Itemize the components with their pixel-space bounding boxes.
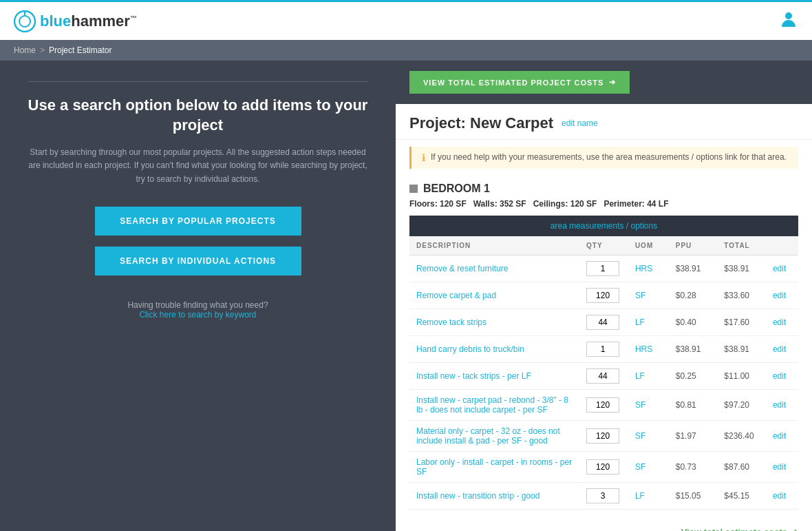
row-qty[interactable] — [579, 421, 628, 452]
row-uom: HRS — [628, 256, 669, 282]
col-uom: UOM — [628, 236, 669, 256]
qty-input[interactable] — [586, 315, 619, 330]
left-heading: Use a search option below to add items t… — [28, 96, 368, 135]
row-uom: SF — [628, 390, 669, 421]
qty-input[interactable] — [586, 342, 619, 357]
breadcrumb: Home > Project Estimator — [0, 40, 812, 61]
row-edit[interactable]: edit — [766, 336, 798, 363]
row-qty[interactable] — [579, 390, 628, 421]
row-edit[interactable]: edit — [766, 282, 798, 309]
row-desc: Remove carpet & pad — [409, 282, 579, 309]
row-total: $45.15 — [717, 483, 766, 510]
row-qty[interactable] — [579, 363, 628, 390]
table-row: Remove carpet & pad SF $0.28 $33.60 edit — [409, 282, 798, 309]
row-ppu: $1.97 — [669, 421, 718, 452]
qty-input[interactable] — [586, 261, 619, 276]
col-description: DESCRIPTION — [409, 236, 579, 256]
row-ppu: $0.81 — [669, 390, 718, 421]
row-edit[interactable]: edit — [766, 309, 798, 336]
table-row: Install new - tack strips - per LF LF $0… — [409, 363, 798, 390]
floors-val: 120 SF — [440, 199, 467, 209]
room-square-icon — [409, 185, 418, 193]
view-total-link[interactable]: View total estimate costs ➔ — [681, 527, 798, 531]
row-total: $236.40 — [717, 421, 766, 452]
row-edit[interactable]: edit — [766, 421, 798, 452]
row-desc: Labor only - install - carpet - in rooms… — [409, 452, 579, 483]
main-layout: Use a search option below to add items t… — [0, 61, 812, 531]
info-message: ℹ If you need help with your measurement… — [409, 147, 798, 169]
qty-input[interactable] — [586, 368, 619, 384]
row-total: $33.60 — [717, 282, 766, 309]
row-qty[interactable] — [579, 282, 628, 309]
row-desc: Install new - transition strip - good — [409, 483, 579, 510]
keyword-search-link[interactable]: Click here to search by keyword — [139, 310, 256, 320]
area-measurements-bar[interactable]: area measurements / options — [409, 216, 798, 236]
row-qty[interactable] — [579, 483, 628, 510]
right-panel: VIEW TOTAL ESTIMATED PROJECT COSTS ➔ Pro… — [396, 61, 812, 531]
row-uom: SF — [628, 452, 669, 483]
qty-input[interactable] — [586, 397, 619, 413]
header: bluehammer™ — [0, 0, 812, 40]
row-desc: Install new - tack strips - per LF — [409, 363, 579, 390]
table-header-row: DESCRIPTION QTY UOM PPU TOTAL — [409, 236, 798, 256]
room-name: BEDROOM 1 — [423, 183, 490, 195]
search-individual-button[interactable]: SEARCH BY INDIVIDUAL ACTIONS — [95, 247, 301, 275]
row-qty[interactable] — [579, 336, 628, 363]
col-total: TOTAL — [717, 236, 766, 256]
info-text: If you need help with your measurements,… — [431, 152, 787, 162]
walls-label: Walls: — [473, 199, 498, 209]
row-ppu: $38.91 — [669, 336, 718, 363]
qty-input[interactable] — [586, 459, 619, 475]
table-row: Install new - transition strip - good LF… — [409, 483, 798, 510]
table-row: Hand carry debris to truck/bin HRS $38.9… — [409, 336, 798, 363]
row-uom: LF — [628, 309, 669, 336]
floors-label: Floors: — [409, 199, 438, 209]
row-qty[interactable] — [579, 452, 628, 483]
view-costs-button[interactable]: VIEW TOTAL ESTIMATED PROJECT COSTS ➔ — [409, 71, 630, 94]
row-total: $11.00 — [717, 363, 766, 390]
svg-point-1 — [19, 16, 30, 27]
row-uom: SF — [628, 282, 669, 309]
room-header: BEDROOM 1 — [409, 183, 798, 195]
view-total-bottom: View total estimate costs ➔ — [396, 517, 812, 531]
row-ppu: $0.73 — [669, 452, 718, 483]
row-edit[interactable]: edit — [766, 256, 798, 282]
perimeter-label: Perimeter: — [603, 199, 644, 209]
table-row: Remove & reset furniture HRS $38.91 $38.… — [409, 256, 798, 282]
row-uom: HRS — [628, 336, 669, 363]
qty-input[interactable] — [586, 428, 619, 444]
row-qty[interactable] — [579, 309, 628, 336]
breadcrumb-current: Project Estimator — [49, 45, 111, 55]
user-icon[interactable] — [779, 9, 798, 33]
row-ppu: $0.28 — [669, 282, 718, 309]
logo-dark-text: hammer — [71, 12, 130, 30]
left-subtext: Start by searching through our most popu… — [28, 146, 368, 186]
qty-input[interactable] — [586, 488, 619, 503]
room-section: BEDROOM 1 Floors: 120 SF Walls: 352 SF C… — [396, 176, 812, 517]
breadcrumb-separator: > — [40, 45, 45, 55]
row-ppu: $15.05 — [669, 483, 718, 510]
logo-icon — [14, 10, 36, 32]
search-popular-button[interactable]: SEARCH BY POPULAR PROJECTS — [95, 207, 301, 236]
row-qty[interactable] — [579, 256, 628, 282]
row-edit[interactable]: edit — [766, 363, 798, 390]
row-edit[interactable]: edit — [766, 452, 798, 483]
project-title-bar: Project: New Carpet edit name — [396, 104, 812, 140]
divider — [28, 81, 368, 82]
row-ppu: $0.25 — [669, 363, 718, 390]
qty-input[interactable] — [586, 288, 619, 303]
breadcrumb-home[interactable]: Home — [14, 45, 36, 55]
row-desc: Remove tack strips — [409, 309, 579, 336]
row-edit[interactable]: edit — [766, 483, 798, 510]
col-qty: QTY — [579, 236, 628, 256]
walls-val: 352 SF — [500, 199, 526, 209]
row-total: $38.91 — [717, 336, 766, 363]
ceilings-val: 120 SF — [570, 199, 597, 209]
view-total-label: View total estimate costs — [681, 527, 787, 531]
room-measurements: Floors: 120 SF Walls: 352 SF Ceilings: 1… — [409, 199, 798, 209]
row-edit[interactable]: edit — [766, 390, 798, 421]
row-total: $38.91 — [717, 256, 766, 282]
logo-tm: ™ — [130, 14, 137, 21]
row-desc: Material only - carpet - 32 oz - does no… — [409, 421, 579, 452]
edit-name-link[interactable]: edit name — [562, 118, 598, 128]
